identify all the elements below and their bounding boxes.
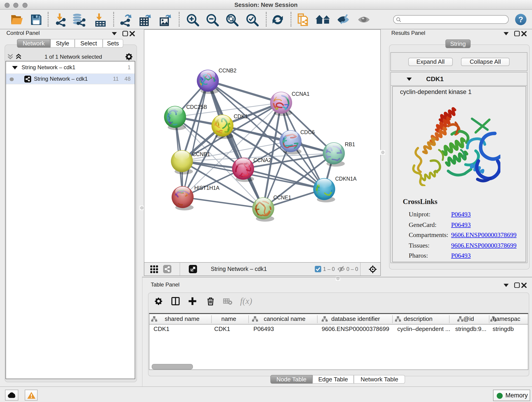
svg-text:CCNA2: CCNA2	[253, 157, 271, 163]
svg-text:CCNB2: CCNB2	[219, 68, 236, 74]
svg-text:CDC6: CDC6	[300, 129, 315, 135]
svg-text:CDKN1A: CDKN1A	[335, 176, 357, 182]
svg-text:?: ?	[518, 15, 523, 24]
svg-text:CCNA1: CCNA1	[292, 91, 310, 97]
svg-text:CCNE1: CCNE1	[273, 195, 291, 201]
svg-text:CDK1: CDK1	[234, 114, 248, 119]
svg-text:CDC25B: CDC25B	[186, 104, 207, 110]
svg-text:CCNB1: CCNB1	[192, 151, 210, 157]
svg-text:RB1: RB1	[345, 141, 355, 147]
svg-text:HIST1H1A: HIST1H1A	[194, 185, 220, 191]
